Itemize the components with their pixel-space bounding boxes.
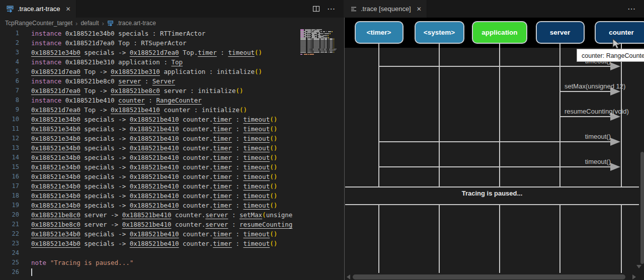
line-number: 12 <box>0 134 19 143</box>
code-text: 0x188521be8c0 server -> 0x188521be410 co… <box>19 210 292 220</box>
message-label: resumeCounting(void) <box>565 107 629 116</box>
lifeline <box>621 205 622 273</box>
message-line <box>560 116 611 117</box>
code-line[interactable]: 230x188521e34b0 specials -> 0x188521be41… <box>0 239 297 248</box>
horizontal-scrollbar[interactable] <box>353 274 625 279</box>
scroll-down-icon[interactable] <box>636 265 641 268</box>
vertical-scrollbar[interactable] <box>640 152 644 264</box>
breadcrumb-item[interactable]: TcpRangeCounter_target <box>5 20 72 27</box>
message-line <box>379 66 611 67</box>
code-line[interactable]: 90x188521d7ea0 Top -> 0x188521be410 coun… <box>0 105 297 115</box>
code-editor[interactable]: 1instance 0x188521e34b0 specials : RTTim… <box>0 29 297 280</box>
line-number: 18 <box>0 191 19 201</box>
minimap[interactable] <box>300 29 338 56</box>
line-number: 3 <box>0 48 19 57</box>
code-text: instance 0x188521be8c0 server : Server <box>19 76 175 86</box>
code-line[interactable]: 4instance 0x188521be310 application : To… <box>0 57 297 67</box>
lifeline <box>559 205 560 273</box>
close-icon[interactable]: ✕ <box>66 6 71 13</box>
minimap-line <box>300 52 338 53</box>
line-number: 26 <box>0 267 19 277</box>
lifeline-tooltip: counter: RangeCounter <box>577 49 644 62</box>
lifeline-header-box[interactable]: application <box>472 21 527 44</box>
code-line[interactable]: 6instance 0x188521be8c0 server : Server <box>0 76 297 86</box>
scroll-right-icon[interactable] <box>632 274 636 279</box>
lifeline <box>378 44 379 187</box>
minimap-line <box>300 55 338 56</box>
message-arrowhead-icon <box>610 138 620 146</box>
code-line[interactable]: 1instance 0x188521e34b0 specials : RTTim… <box>0 29 297 38</box>
code-text: 0x188521e34b0 specials -> 0x188521be410 … <box>19 115 277 124</box>
scroll-left-icon[interactable] <box>347 274 350 279</box>
code-line[interactable]: 180x188521e34b0 specials -> 0x188521be41… <box>0 191 297 201</box>
code-text: 0x188521d7ea0 Top -> 0x188521be410 count… <box>19 105 247 115</box>
code-line[interactable]: 170x188521e34b0 specials -> 0x188521be41… <box>0 181 297 191</box>
code-line[interactable]: 220x188521e34b0 specials -> 0x188521be41… <box>0 229 297 239</box>
lifeline-header-box[interactable]: server <box>536 21 585 44</box>
line-number: 22 <box>0 229 19 239</box>
code-line[interactable]: 140x188521e34b0 specials -> 0x188521be41… <box>0 153 297 162</box>
mouse-cursor-icon <box>611 38 621 49</box>
message-label: timeout() <box>585 132 611 141</box>
code-line[interactable]: 25note "Tracing is paused..." <box>0 258 297 267</box>
split-editor-icon[interactable] <box>312 5 320 13</box>
message-label: timeout() <box>585 157 611 166</box>
code-text: 0x188521e34b0 specials -> 0x188521be410 … <box>19 229 277 239</box>
line-number: 4 <box>0 57 19 67</box>
line-number: 23 <box>0 239 19 248</box>
code-line[interactable]: 70x188521d7ea0 Top -> 0x188521be8c0 serv… <box>0 86 297 96</box>
tab-trace-art-trace[interactable]: .trace.art-trace ✕ <box>0 0 76 18</box>
code-line[interactable]: 120x188521e34b0 specials -> 0x188521be41… <box>0 134 297 143</box>
code-line[interactable]: 30x188521e34b0 specials -> 0x188521d7ea0… <box>0 48 297 57</box>
code-line[interactable]: 190x188521e34b0 specials -> 0x188521be41… <box>0 201 297 210</box>
code-text: 0x188521e34b0 specials -> 0x188521be410 … <box>19 162 277 172</box>
code-text: 0x188521e34b0 specials -> 0x188521be410 … <box>19 172 277 181</box>
lifeline-header-box[interactable]: <system> <box>415 21 464 44</box>
breadcrumb-separator-icon: › <box>102 20 104 27</box>
code-text: 0x188521e34b0 specials -> 0x188521be410 … <box>19 181 277 191</box>
tab-trace-sequence[interactable]: .trace [sequence] ✕ <box>344 0 427 18</box>
breadcrumb-item[interactable]: .trace.art-trace <box>117 20 156 27</box>
code-text <box>19 267 32 277</box>
code-line[interactable]: 130x188521e34b0 specials -> 0x188521be41… <box>0 143 297 153</box>
breadcrumb-item[interactable]: default <box>80 20 99 27</box>
line-number: 16 <box>0 172 19 181</box>
lifeline-label: application <box>481 29 517 36</box>
text-cursor <box>31 268 32 276</box>
code-line[interactable]: 24 <box>0 248 297 258</box>
code-line[interactable]: 150x188521e34b0 specials -> 0x188521be41… <box>0 162 297 172</box>
message-line <box>560 91 611 92</box>
message-line <box>379 166 611 167</box>
note-border <box>345 204 639 205</box>
line-number: 17 <box>0 181 19 191</box>
message-arrowhead-icon <box>610 62 620 70</box>
trace-file-icon <box>107 20 114 27</box>
code-line[interactable]: 210x188521be8c0 server -> 0x188521be410 … <box>0 220 297 229</box>
code-line[interactable]: 110x188521e34b0 specials -> 0x188521be41… <box>0 124 297 134</box>
code-text <box>19 248 31 258</box>
line-number: 8 <box>0 96 19 105</box>
lifeline <box>499 205 500 273</box>
tab-label: .trace.art-trace <box>18 5 60 13</box>
code-line[interactable]: 200x188521be8c0 server -> 0x188521be410 … <box>0 210 297 220</box>
code-text: 0x188521d7ea0 Top -> 0x188521be8c0 serve… <box>19 86 243 96</box>
lifeline-header-box[interactable]: <timer> <box>355 21 404 44</box>
code-line[interactable]: 26 <box>0 267 297 277</box>
tab-label: .trace [sequence] <box>361 5 411 13</box>
code-line[interactable]: 2instance 0x188521d7ea0 Top : RTSuperAct… <box>0 38 297 48</box>
lifeline-label: counter <box>609 29 634 36</box>
lifeline <box>499 44 500 187</box>
code-text: instance 0x188521e34b0 specials : RTTime… <box>19 29 205 38</box>
more-actions-icon[interactable]: ⋯ <box>327 4 336 14</box>
more-actions-icon[interactable]: ⋯ <box>627 4 636 14</box>
code-line[interactable]: 8instance 0x188521be410 counter : RangeC… <box>0 96 297 105</box>
code-line[interactable]: 100x188521e34b0 specials -> 0x188521be41… <box>0 115 297 124</box>
code-text: 0x188521e34b0 specials -> 0x188521d7ea0 … <box>19 48 262 57</box>
code-line[interactable]: 50x188521d7ea0 Top -> 0x188521be310 appl… <box>0 67 297 76</box>
sequence-preview-icon <box>350 6 357 13</box>
code-text: 0x188521e34b0 specials -> 0x188521be410 … <box>19 239 277 248</box>
code-text: 0x188521e34b0 specials -> 0x188521be410 … <box>19 134 277 143</box>
code-line[interactable]: 160x188521e34b0 specials -> 0x188521be41… <box>0 172 297 181</box>
close-icon[interactable]: ✕ <box>417 6 422 13</box>
line-number: 21 <box>0 220 19 229</box>
